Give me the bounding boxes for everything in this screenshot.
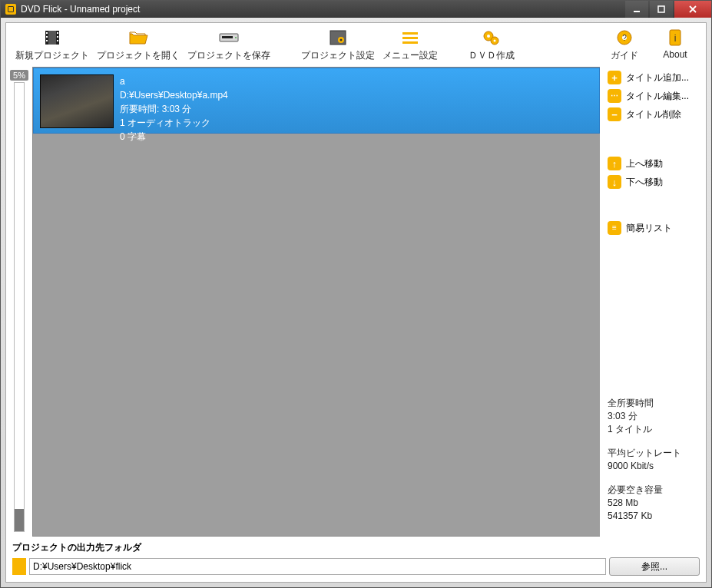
svg-point-16: [340, 39, 343, 41]
film-icon: [42, 29, 62, 46]
menu-settings-button[interactable]: メニュー設定: [379, 28, 441, 64]
title-list[interactable]: a D:¥Users¥Desktop¥a.mp4 所要時間: 3:03 分 1 …: [32, 67, 600, 537]
titlebar: DVD Flick - Unnamed project: [1, 1, 711, 18]
svg-rect-5: [46, 32, 48, 34]
about-button[interactable]: i About: [651, 28, 700, 61]
output-folder-input[interactable]: [29, 558, 606, 575]
project-settings-button[interactable]: プロジェクト設定: [298, 28, 378, 64]
main-panel: a D:¥Users¥Desktop¥a.mp4 所要時間: 3:03 分 1 …: [32, 67, 600, 537]
help-disc-icon: ?: [614, 29, 634, 46]
toolbar: 新規プロジェクト プロジェクトを開く プロジェクトを保存 プロジェクト設定: [6, 23, 706, 67]
btn-label: プロジェクト設定: [301, 49, 375, 62]
btn-label: ガイド: [611, 49, 638, 62]
output-folder-label: プロジェクトの出力先フォルダ: [12, 540, 700, 557]
btn-label: ＤＶＤ作成: [469, 49, 515, 62]
client-area: 新規プロジェクト プロジェクトを開く プロジェクトを保存 プロジェクト設定: [5, 22, 707, 583]
add-title-button[interactable]: + タイトル追加...: [608, 68, 700, 87]
close-button[interactable]: [674, 1, 711, 18]
btn-label: 新規プロジェクト: [15, 49, 89, 62]
gauge-track: [14, 82, 25, 532]
svg-rect-8: [57, 32, 58, 34]
guide-button[interactable]: ? ガイド: [600, 28, 649, 64]
svg-text:i: i: [674, 33, 677, 44]
gauge-percent-label: 5%: [10, 70, 28, 81]
space-kb: 541357 Kb: [608, 510, 700, 523]
svg-rect-14: [330, 31, 346, 45]
gears-icon: [482, 29, 502, 46]
total-duration-label: 全所要時間: [608, 397, 700, 410]
svg-rect-18: [402, 37, 418, 39]
svg-rect-19: [402, 41, 418, 44]
maximize-icon: [657, 5, 665, 13]
arrow-up-icon: ↑: [608, 157, 621, 170]
svg-point-23: [494, 40, 496, 42]
svg-rect-12: [222, 36, 233, 38]
label: タイトル追加...: [626, 71, 689, 84]
content: 5% a D:¥Users¥Desktop¥a.mp4 所要時間: 3:03 分…: [6, 67, 706, 537]
list-icon: [400, 29, 420, 46]
svg-rect-0: [634, 11, 640, 12]
list-small-icon: ≡: [608, 221, 621, 235]
settings-board-icon: [328, 29, 348, 46]
simple-list-button[interactable]: ≡ 簡易リスト: [608, 219, 700, 237]
maximize-button[interactable]: [650, 1, 673, 18]
move-down-button[interactable]: ↓ 下へ移動: [608, 173, 700, 191]
folder-marker-icon: [12, 558, 26, 575]
minimize-icon: [633, 5, 641, 13]
minus-icon: −: [608, 107, 621, 121]
disc-usage-gauge: 5%: [6, 67, 32, 537]
title-path: D:¥Users¥Desktop¥a.mp4: [120, 88, 228, 102]
arrow-down-icon: ↓: [608, 175, 621, 189]
remove-title-button[interactable]: − タイトル削除: [608, 105, 700, 124]
btn-label: メニュー設定: [382, 49, 438, 62]
svg-rect-9: [57, 36, 58, 38]
title-thumbnail: [40, 74, 114, 128]
dots-icon: ⋯: [608, 89, 621, 103]
open-project-button[interactable]: プロジェクトを開く: [94, 28, 183, 64]
drive-icon: [219, 29, 239, 46]
bitrate-value: 9000 Kbit/s: [608, 460, 700, 473]
btn-label: About: [663, 49, 687, 60]
title-meta: a D:¥Users¥Desktop¥a.mp4 所要時間: 3:03 分 1 …: [120, 68, 228, 133]
title-audio: 1 オーディオトラック: [120, 116, 228, 130]
label: 上へ移動: [626, 157, 663, 170]
titles-count: 1 タイトル: [608, 423, 700, 436]
app-window: DVD Flick - Unnamed project 新規プロジェクト: [0, 0, 712, 588]
side-panel: + タイトル追加... ⋯ タイトル編集... − タイトル削除 ↑ 上へ移動: [600, 67, 706, 537]
space-mb: 528 Mb: [608, 497, 700, 510]
label: 簡易リスト: [626, 222, 672, 235]
folder-open-icon: [128, 29, 148, 46]
label: タイトル編集...: [626, 90, 689, 103]
title-name: a: [120, 74, 228, 88]
edit-title-button[interactable]: ⋯ タイトル編集...: [608, 87, 700, 105]
title-item[interactable]: a D:¥Users¥Desktop¥a.mp4 所要時間: 3:03 分 1 …: [33, 68, 600, 134]
svg-rect-6: [46, 36, 48, 38]
title-duration: 所要時間: 3:03 分: [120, 102, 228, 116]
browse-button[interactable]: 参照...: [609, 557, 700, 576]
save-project-button[interactable]: プロジェクトを保存: [184, 28, 273, 64]
gauge-fill: [15, 509, 24, 531]
svg-point-13: [235, 37, 237, 38]
btn-label: プロジェクトを保存: [187, 49, 270, 62]
plus-icon: +: [608, 71, 621, 84]
create-dvd-button[interactable]: ＤＶＤ作成: [465, 28, 518, 64]
window-buttons: [624, 1, 711, 18]
svg-rect-17: [402, 32, 418, 35]
svg-rect-7: [46, 40, 48, 41]
app-icon: [5, 4, 16, 15]
label: タイトル削除: [626, 108, 681, 121]
move-up-button[interactable]: ↑ 上へ移動: [608, 154, 700, 173]
window-title: DVD Flick - Unnamed project: [21, 4, 624, 15]
title-subs: 0 字幕: [120, 130, 228, 144]
bitrate-label: 平均ビットレート: [608, 447, 700, 460]
svg-rect-1: [658, 6, 664, 12]
minimize-button[interactable]: [625, 1, 648, 18]
about-icon: i: [665, 29, 685, 46]
close-icon: [688, 5, 697, 14]
total-duration-value: 3:03 分: [608, 410, 700, 423]
footer: プロジェクトの出力先フォルダ 参照...: [6, 537, 706, 582]
stats: 全所要時間 3:03 分 1 タイトル 平均ビットレート 9000 Kbit/s…: [608, 397, 700, 533]
label: 下へ移動: [626, 176, 663, 189]
svg-rect-10: [57, 40, 58, 41]
new-project-button[interactable]: 新規プロジェクト: [12, 28, 92, 64]
